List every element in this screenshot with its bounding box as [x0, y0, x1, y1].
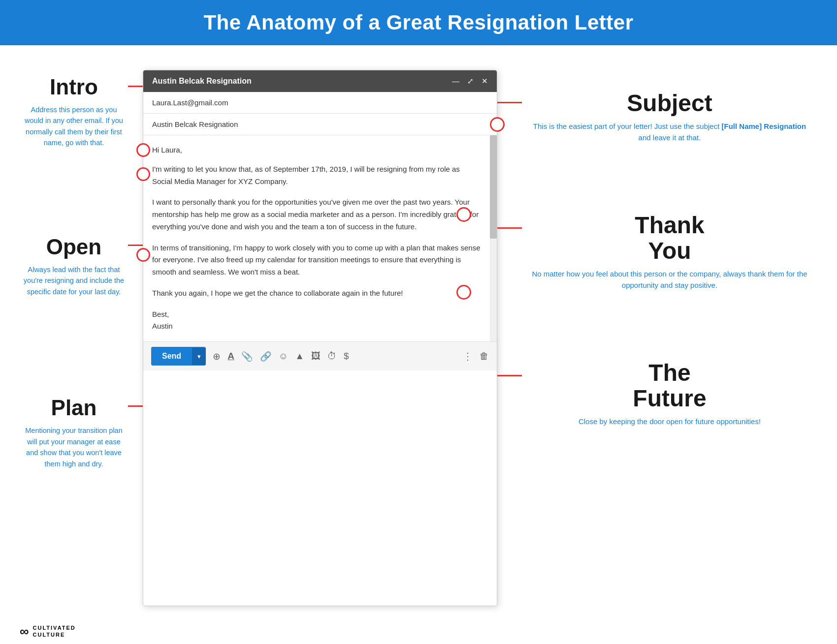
greeting-circle [136, 143, 150, 157]
email-subject-field[interactable]: Austin Belcak Resignation [143, 114, 497, 135]
email-para3-row: In terms of transitioning, I'm happy to … [152, 242, 481, 278]
footer-logo-icon: ∞ [20, 624, 29, 639]
email-toolbar: Send ▾ ⊕ A 📎 🔗 ☺ ▲ 🖼 ⏱ $ ⋮ 🗑 [143, 341, 497, 370]
email-para2: I want to personally thank you for the o… [152, 196, 481, 233]
attachment-icon[interactable]: 📎 [241, 351, 253, 362]
right-sidebar: Subject This is the easiest part of your… [497, 65, 817, 606]
page-header: The Anatomy of a Great Resignation Lette… [0, 0, 837, 45]
thankyou-section: Thank You No matter how you feel about t… [522, 213, 817, 291]
email-title-bar: Austin Belcak Resignation — ⤢ ✕ [143, 70, 497, 92]
email-to-field[interactable]: Laura.Last@gmail.com [143, 92, 497, 114]
intro-desc: Address this person as you would in any … [20, 104, 128, 149]
footer-logo-text-line2: CULTURE [33, 632, 76, 638]
future-left-line [497, 375, 522, 376]
dollar-icon[interactable]: $ [344, 351, 349, 362]
email-para4: Thank you again, I hope we get the chanc… [152, 287, 481, 300]
intro-label: Intro [20, 75, 128, 99]
subject-desc-after: and leave it at that. [639, 133, 701, 142]
drive-icon[interactable]: ▲ [295, 351, 304, 362]
email-para2-row: I want to personally thank you for the o… [152, 196, 481, 233]
thankyou-label-line2: You [522, 238, 817, 264]
minimize-button[interactable]: — [452, 77, 459, 86]
left-sidebar: Intro Address this person as you would i… [20, 65, 128, 606]
more-options-icon[interactable]: ⋮ [463, 350, 473, 362]
subject-label: Subject [522, 90, 817, 117]
email-para1: I'm writing to let you know that, as of … [152, 163, 481, 188]
future-label-line2: Future [522, 386, 817, 412]
trash-icon[interactable]: 🗑 [480, 351, 489, 362]
plan-section: Plan Mentioning your transition plan wil… [20, 396, 128, 469]
email-window: Austin Belcak Resignation — ⤢ ✕ Laura.La… [143, 70, 497, 606]
plan-desc: Mentioning your transition plan will put… [20, 425, 128, 469]
email-to-value: Laura.Last@gmail.com [152, 98, 228, 107]
email-para4-row: Thank you again, I hope we get the chanc… [152, 287, 481, 300]
intro-section: Intro Address this person as you would i… [20, 75, 128, 149]
formatting-icon[interactable]: ⊕ [213, 351, 221, 362]
scrollbar[interactable] [490, 135, 497, 341]
open-section: Open Always lead with the fact that you'… [20, 235, 128, 297]
emoji-icon[interactable]: ☺ [279, 351, 288, 362]
intro-h-line [128, 86, 144, 87]
footer-logo: ∞ CULTIVATED CULTURE [20, 624, 76, 639]
footer-logo-text: CULTIVATED CULTURE [33, 625, 76, 638]
email-greeting-row: Hi Laura, [152, 144, 481, 156]
thankyou-label-line1: Thank [522, 213, 817, 239]
page-title: The Anatomy of a Great Resignation Lette… [20, 11, 817, 34]
thankyou-desc: No matter how you feel about this person… [522, 268, 817, 291]
open-connector [128, 245, 144, 246]
open-h-line [128, 245, 144, 246]
footer: ∞ CULTIVATED CULTURE [0, 616, 837, 644]
para1-circle [136, 167, 150, 181]
email-subject-value: Austin Belcak Resignation [152, 120, 238, 128]
plan-label: Plan [20, 396, 128, 420]
link-icon[interactable]: 🔗 [260, 351, 272, 362]
open-desc: Always lead with the fact that you're re… [20, 264, 128, 297]
email-title: Austin Belcak Resignation [152, 77, 252, 86]
para4-circle [456, 285, 471, 300]
email-signoff-text: Best, [152, 308, 481, 321]
thankyou-left-line [497, 227, 522, 229]
email-greeting: Hi Laura, [152, 144, 182, 156]
future-section: The Future Close by keeping the door ope… [522, 360, 817, 428]
plan-h-line [128, 405, 144, 407]
subject-circle [490, 117, 505, 132]
photo-icon[interactable]: 🖼 [311, 351, 321, 362]
send-button[interactable]: Send [151, 347, 192, 366]
subject-desc: This is the easiest part of your letter!… [522, 121, 817, 144]
future-label-line1: The [522, 360, 817, 386]
email-body: Hi Laura, I'm writing to let you know th… [143, 135, 497, 341]
subject-highlight: [Full Name] Resignation [722, 122, 806, 130]
subject-desc-before: This is the easiest part of your letter!… [533, 122, 722, 130]
close-button[interactable]: ✕ [482, 77, 488, 86]
window-controls: — ⤢ ✕ [452, 77, 488, 86]
email-para1-row: I'm writing to let you know that, as of … [152, 163, 481, 188]
email-name: Austin [152, 320, 481, 333]
thankyou-label: Thank You [522, 213, 817, 265]
para3-circle [136, 248, 150, 262]
future-desc: Close by keeping the door open for futur… [522, 416, 817, 427]
footer-logo-text-line1: CULTIVATED [33, 625, 76, 631]
subject-section: Subject This is the easiest part of your… [522, 90, 817, 144]
clock-icon[interactable]: ⏱ [327, 351, 337, 362]
intro-connector [128, 86, 144, 87]
maximize-button[interactable]: ⤢ [467, 77, 474, 86]
subject-left-line [497, 102, 522, 103]
plan-connector [128, 405, 144, 407]
send-dropdown-button[interactable]: ▾ [192, 348, 206, 365]
para2-circle [456, 207, 471, 222]
future-label: The Future [522, 360, 817, 412]
send-button-group[interactable]: Send ▾ [151, 347, 206, 366]
open-label: Open [20, 235, 128, 259]
email-signoff: Best, Austin [152, 308, 481, 333]
text-format-icon[interactable]: A [227, 351, 234, 362]
scrollbar-thumb[interactable] [490, 135, 497, 239]
email-para3: In terms of transitioning, I'm happy to … [152, 242, 481, 278]
